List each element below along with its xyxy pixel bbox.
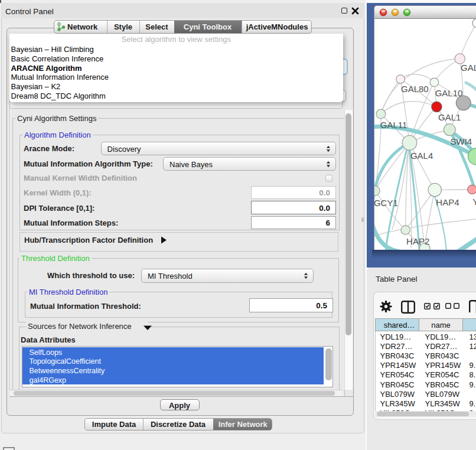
svg-text:GAL11: GAL11 <box>380 120 407 130</box>
svg-text:GAL7: GAL7 <box>461 62 476 72</box>
svg-text:SWI4: SWI4 <box>451 136 472 146</box>
svg-text:GCY1: GCY1 <box>374 197 398 207</box>
svg-text:HAP2: HAP2 <box>406 236 429 246</box>
svg-text:HAP4: HAP4 <box>436 197 459 207</box>
svg-text:GAL1: GAL1 <box>438 112 461 122</box>
svg-text:GAL4: GAL4 <box>410 150 433 160</box>
svg-text:Y: Y <box>472 197 476 207</box>
svg-text:GAL80: GAL80 <box>401 84 429 94</box>
svg-text:GAL10: GAL10 <box>435 88 463 98</box>
